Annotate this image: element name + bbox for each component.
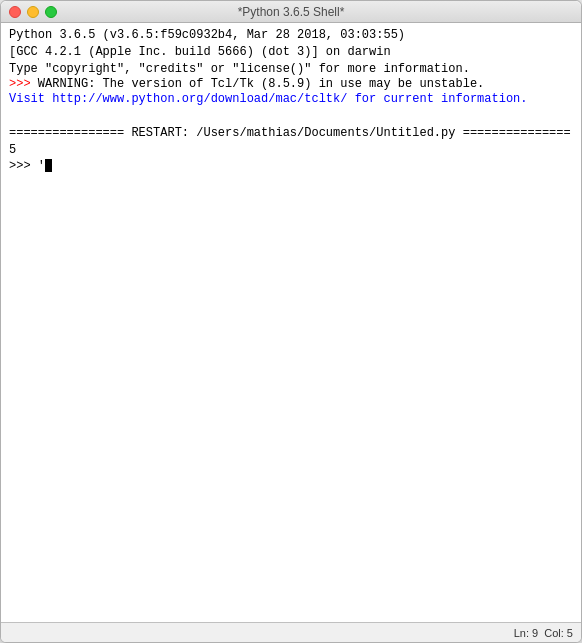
window-title: *Python 3.6.5 Shell* <box>238 5 345 19</box>
output-5-line: 5 <box>9 142 573 159</box>
minimize-button[interactable] <box>27 6 39 18</box>
empty-line <box>9 108 573 125</box>
text-cursor <box>45 159 52 172</box>
restart-line: ================ RESTART: /Users/mathias… <box>9 125 573 142</box>
line-number: Ln: 9 <box>514 627 538 639</box>
warning-prompt: >>> <box>9 77 31 91</box>
window-controls <box>9 6 57 18</box>
python-version-line: Python 3.6.5 (v3.6.5:f59c0932b4, Mar 28 … <box>9 27 573 44</box>
input-line: >>> ' <box>9 159 573 173</box>
status-bar: Ln: 9 Col: 5 <box>1 622 581 642</box>
title-bar: *Python 3.6.5 Shell* <box>1 1 581 23</box>
visit-link-line: Visit http://www.python.org/download/mac… <box>9 91 573 108</box>
close-button[interactable] <box>9 6 21 18</box>
input-prompt: >>> ' <box>9 159 45 173</box>
maximize-button[interactable] <box>45 6 57 18</box>
python-shell-window: *Python 3.6.5 Shell* Python 3.6.5 (v3.6.… <box>0 0 582 643</box>
warning-text: WARNING: The version of Tcl/Tk (8.5.9) i… <box>31 77 485 91</box>
gcc-line: [GCC 4.2.1 (Apple Inc. build 5666) (dot … <box>9 44 573 61</box>
shell-output[interactable]: Python 3.6.5 (v3.6.5:f59c0932b4, Mar 28 … <box>1 23 581 622</box>
type-line: Type "copyright", "credits" or "license(… <box>9 61 573 78</box>
col-number: Col: 5 <box>544 627 573 639</box>
warning-line: >>> WARNING: The version of Tcl/Tk (8.5.… <box>9 77 573 91</box>
